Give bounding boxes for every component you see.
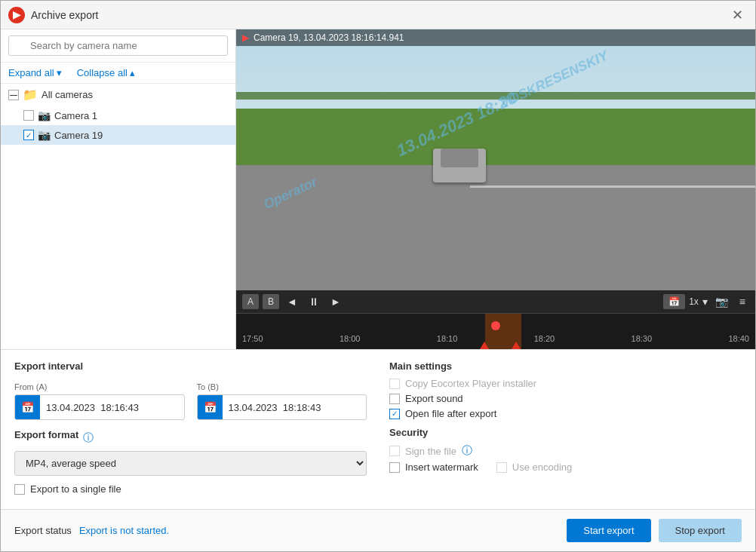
single-file-row: Export to a single file bbox=[14, 483, 367, 495]
video-container: 13.04.2023 18:20 Operator VOSKRESENSKIY … bbox=[236, 29, 755, 313]
tree-item-all-cameras[interactable]: — 📁 All cameras bbox=[1, 84, 235, 106]
encoding-label: Use encoding bbox=[512, 462, 573, 473]
to-date: 13.04.2023 18:18:43 bbox=[223, 399, 367, 416]
right-settings: Main settings Copy Eocortex Player insta… bbox=[389, 360, 742, 498]
marker-b-button[interactable]: B bbox=[263, 294, 279, 309]
sign-file-row: Sign the file ⓘ bbox=[389, 444, 742, 458]
app-logo: ▶ bbox=[8, 7, 25, 23]
export-format-title: Export format bbox=[14, 429, 78, 440]
single-file-label: Export to a single file bbox=[30, 483, 121, 495]
prev-frame-button[interactable]: ◄ bbox=[283, 293, 301, 310]
speed-label: 1x bbox=[689, 296, 699, 307]
left-panel: 🔍 Expand all ▾ Collapse all ▴ — bbox=[1, 29, 236, 349]
timeline-label-1840: 18:40 bbox=[722, 334, 755, 343]
video-play-indicator: ▶ bbox=[242, 32, 249, 43]
timeline-label-1800: 18:00 bbox=[333, 334, 367, 343]
copy-player-label: Copy Eocortex Player installer bbox=[405, 378, 536, 389]
expand-all-label: Expand all bbox=[8, 67, 54, 78]
interval-row: From (A) 📅 13.04.2023 18:16:43 To (B) 📅 bbox=[14, 382, 367, 420]
left-settings: Export interval From (A) 📅 13.04.2023 18… bbox=[14, 360, 367, 498]
car-object bbox=[433, 149, 486, 182]
marker-a-button[interactable]: A bbox=[242, 294, 259, 309]
open-after-checkbox[interactable]: ✓ bbox=[389, 409, 400, 419]
format-info-icon[interactable]: ⓘ bbox=[83, 431, 94, 445]
export-format-section: Export format ⓘ MP4, average speed AVI M… bbox=[14, 429, 367, 476]
sign-file-label: Sign the file bbox=[405, 446, 456, 457]
expand-all-link[interactable]: Expand all ▾ bbox=[8, 67, 62, 78]
collapse-chevron-icon: ▴ bbox=[130, 67, 135, 78]
search-input[interactable] bbox=[8, 35, 228, 56]
from-date: 13.04.2023 18:16:43 bbox=[40, 399, 184, 416]
screenshot-button[interactable]: 📷 bbox=[711, 293, 732, 310]
camera1-icon: 📷 bbox=[38, 109, 51, 121]
speed-dropdown-icon[interactable]: ▾ bbox=[702, 296, 708, 308]
tree-item-camera1[interactable]: 📷 Camera 1 bbox=[1, 106, 235, 125]
timeline-track[interactable]: 17:50 18:00 18:10 18:20 18:30 18:40 bbox=[236, 314, 755, 349]
watermark-checkbox[interactable] bbox=[389, 462, 400, 473]
export-format-title-row: Export format ⓘ bbox=[14, 429, 367, 446]
export-interval-section: Export interval From (A) 📅 13.04.2023 18… bbox=[14, 360, 367, 420]
expand-chevron-icon: ▾ bbox=[57, 67, 62, 78]
video-frame: 13.04.2023 18:20 Operator VOSKRESENSKIY … bbox=[236, 29, 755, 313]
export-sound-row: Export sound bbox=[389, 393, 742, 404]
from-calendar-button[interactable]: 📅 bbox=[15, 395, 40, 419]
next-frame-button[interactable]: ► bbox=[327, 293, 345, 310]
collapse-all-link[interactable]: Collapse all ▴ bbox=[77, 67, 135, 78]
timeline-labels: 17:50 18:00 18:10 18:20 18:30 18:40 bbox=[236, 331, 755, 346]
encoding-row: Use encoding bbox=[496, 462, 573, 473]
timeline-label-1750: 17:50 bbox=[236, 334, 269, 343]
search-area: 🔍 bbox=[1, 29, 235, 63]
start-export-button[interactable]: Start export bbox=[567, 519, 650, 542]
single-file-checkbox[interactable] bbox=[14, 484, 25, 495]
camera-label-bar: ▶ Camera 19, 13.04.2023 18:16:14.941 bbox=[236, 29, 755, 46]
to-input[interactable]: 📅 13.04.2023 18:18:43 bbox=[197, 394, 367, 420]
camera19-label: Camera 19 bbox=[54, 130, 103, 141]
expand-collapse-row: Expand all ▾ Collapse all ▴ bbox=[1, 63, 235, 84]
sign-file-info-icon[interactable]: ⓘ bbox=[462, 444, 472, 458]
sign-file-checkbox[interactable] bbox=[389, 446, 400, 456]
to-group: To (B) 📅 13.04.2023 18:18:43 bbox=[197, 382, 367, 420]
encoding-checkbox[interactable] bbox=[496, 462, 507, 473]
main-window: ▶ Archive export ✕ 🔍 Expand all ▾ Colla bbox=[0, 0, 756, 552]
camera19-checkbox[interactable]: ✓ bbox=[23, 130, 34, 140]
status-label: Export status bbox=[14, 525, 72, 536]
from-input[interactable]: 📅 13.04.2023 18:16:43 bbox=[14, 394, 185, 420]
to-label: To (B) bbox=[197, 382, 367, 391]
all-cameras-label: All cameras bbox=[41, 89, 93, 100]
search-wrapper: 🔍 bbox=[8, 35, 228, 56]
all-cameras-checkbox[interactable]: — bbox=[8, 90, 19, 100]
calendar-button[interactable]: 📅 bbox=[663, 294, 685, 309]
export-sound-label: Export sound bbox=[405, 393, 463, 404]
open-after-row: ✓ Open file after export bbox=[389, 408, 742, 419]
timeline-label-1820: 18:20 bbox=[528, 334, 561, 343]
camera-label-text: Camera 19, 13.04.2023 18:16:14.941 bbox=[254, 32, 404, 43]
copy-player-checkbox[interactable] bbox=[389, 379, 400, 389]
window-title: Archive export bbox=[31, 9, 727, 21]
right-panel: 13.04.2023 18:20 Operator VOSKRESENSKIY … bbox=[236, 29, 755, 349]
format-select[interactable]: MP4, average speed AVI MKV bbox=[14, 451, 367, 476]
status-value: Export is not started. bbox=[79, 525, 169, 536]
more-options-button[interactable]: ≡ bbox=[736, 293, 749, 310]
titlebar: ▶ Archive export ✕ bbox=[1, 1, 755, 29]
stop-export-button[interactable]: Stop export bbox=[659, 519, 742, 542]
timeline-indicator[interactable] bbox=[491, 321, 500, 330]
camera1-label: Camera 1 bbox=[54, 110, 97, 121]
content-area: 🔍 Expand all ▾ Collapse all ▴ — bbox=[1, 29, 755, 349]
close-button[interactable]: ✕ bbox=[727, 7, 748, 23]
timeline-label-1830: 18:30 bbox=[625, 334, 659, 343]
watermark-encoding-row: Insert watermark Use encoding bbox=[389, 462, 742, 473]
main-settings-section: Main settings Copy Eocortex Player insta… bbox=[389, 360, 742, 419]
security-title: Security bbox=[389, 427, 742, 438]
to-calendar-button[interactable]: 📅 bbox=[198, 395, 223, 419]
security-section: Security Sign the file ⓘ Insert watermar… bbox=[389, 427, 742, 473]
export-interval-title: Export interval bbox=[14, 360, 83, 372]
timeline-label-1810: 18:10 bbox=[431, 334, 464, 343]
timeline-bar[interactable]: 17:50 18:00 18:10 18:20 18:30 18:40 bbox=[236, 313, 755, 349]
tree-item-camera19[interactable]: ✓ 📷 Camera 19 bbox=[1, 125, 235, 145]
main-settings-title: Main settings bbox=[389, 360, 742, 372]
camera19-icon: 📷 bbox=[38, 129, 51, 141]
export-sound-checkbox[interactable] bbox=[389, 394, 400, 404]
video-controls-bar: A B ◄ ⏸ ► 📅 1x ▾ 📷 ≡ bbox=[236, 290, 755, 313]
camera1-checkbox[interactable] bbox=[23, 110, 34, 121]
pause-button[interactable]: ⏸ bbox=[305, 293, 323, 310]
